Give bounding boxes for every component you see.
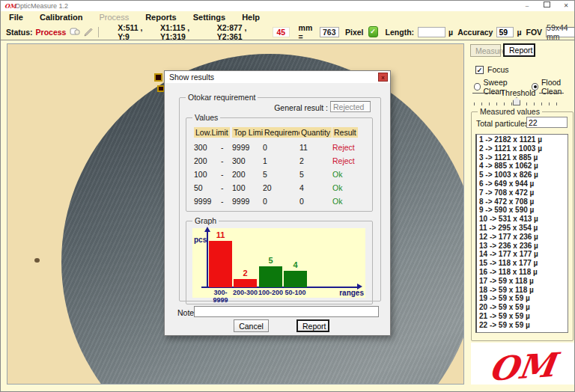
general-result-label: General result : [268,103,328,112]
mm-value-field[interactable]: 45 [273,27,290,37]
om-logo: OM [471,343,574,391]
table-cell: 20 [263,183,272,192]
bar-chart: pcs ranges 11300-99992200-3005100-200450… [192,228,365,298]
particle-listbox[interactable]: 1 -> 2182 x 1121 µ2 -> 1121 x 1003 µ3 ->… [475,134,568,333]
selection-tool-icon[interactable] [70,27,80,37]
particle-list-item[interactable]: 16 -> 118 x 118 µ [479,268,568,277]
show-results-dialog: Show results x Otokar requirement Genera… [164,70,391,336]
fov-value: 59x44 mm [546,27,575,37]
threshold-label: Threshold [497,88,540,97]
length-input[interactable] [418,27,445,37]
notes-input[interactable] [194,306,379,317]
app-logo-icon: OM [4,3,12,10]
status-label: Status: [6,28,33,37]
table-cell: 0 [263,197,267,206]
particle-list-item[interactable]: 20 -> 59 x 59 µ [479,303,568,312]
table-cell: 100 [194,170,207,179]
bar-value-label: 11 [209,230,232,239]
bottom-strip [1,385,575,392]
y-axis-label: pcs [194,236,207,244]
particle-list-item[interactable]: 11 -> 295 x 354 µ [479,224,568,233]
focus-checkbox-row[interactable]: ✓ Focus [475,65,509,74]
particle-list-item[interactable]: 22 -> 59 x 59 µ [479,321,568,330]
cancel-button[interactable]: Cancel [234,319,269,332]
graph-group-label: Graph [192,216,219,225]
x-tick-label: 100-200 [257,289,285,296]
maximize-icon[interactable] [537,1,556,11]
particle-list-item[interactable]: 9 -> 590 x 590 µ [479,206,568,215]
total-particules-label: Total particules [476,119,529,128]
table-cell: 4 [299,183,304,192]
particle-list-item[interactable]: 15 -> 118 x 177 µ [479,259,568,268]
particle-list-item[interactable]: 21 -> 59 x 59 µ [479,312,568,321]
bar-value-label: 5 [259,256,282,265]
panel-report-button[interactable]: Report [503,43,535,57]
report-button[interactable]: Report [296,319,329,332]
particle-list-item[interactable]: 2 -> 1121 x 1003 µ [479,144,568,153]
particle-list-item[interactable]: 8 -> 472 x 708 µ [479,197,568,206]
pen-tool-icon[interactable] [84,27,93,37]
particle-list-item[interactable]: 12 -> 177 x 236 µ [479,233,568,242]
table-cell: 300 [232,156,246,165]
otokar-requirement-group: Otokar requirement General result : Reje… [179,97,381,301]
menu-item-calibration[interactable]: Calibration [31,11,91,24]
values-group: Values Low.LimitTop LimitRequirementQuan… [186,117,373,212]
table-cell: 5 [263,170,267,179]
chart-bar [284,271,307,287]
menu-item-file[interactable]: File [1,11,31,24]
graph-group: Graph pcs ranges 11300-99992200-3005100-… [186,221,373,304]
x-tick-label: 200-300 [231,289,259,296]
confirm-check-button[interactable]: ✓ [368,26,378,37]
measured-values-group: Measured values Total particules 1 -> 21… [471,111,574,341]
particle-list-item[interactable]: 13 -> 236 x 236 µ [479,242,568,251]
particle-list-item[interactable]: 17 -> 59 x 118 µ [479,277,568,286]
particle-list-item[interactable]: 1 -> 2182 x 1121 µ [479,135,568,144]
particle-list-item[interactable]: 3 -> 1121 x 885 µ [479,153,568,162]
om-logo-text: OM [487,346,558,388]
slider-thumb[interactable] [513,97,520,105]
table-cell: 2 [299,156,304,165]
menu-item-settings[interactable]: Settings [185,11,234,24]
dialog-title: Show results [169,73,214,82]
focus-checkbox[interactable]: ✓ [475,66,484,74]
y-axis [207,231,208,288]
dialog-title-bar[interactable]: Show results x [165,71,390,83]
particle-list-item[interactable]: 6 -> 649 x 944 µ [479,180,568,189]
accuracy-input[interactable] [496,27,514,37]
table-cell: Ok [332,170,342,179]
table-header: Quantity [299,127,332,138]
table-header: Result [332,127,358,138]
particle-list-item[interactable]: 5 -> 1003 x 826 µ [479,171,568,180]
minimize-icon[interactable]: – [517,1,537,11]
table-cell: 300 [194,143,207,152]
particle-list-item[interactable]: 14 -> 177 x 177 µ [479,250,568,259]
menu-item-process[interactable]: Process [91,11,137,24]
threshold-slider[interactable] [474,97,562,106]
table-cell: 50 [194,183,203,192]
particle-list-item[interactable]: 4 -> 885 x 1062 µ [479,162,568,171]
menu-item-reports[interactable]: Reports [137,11,185,24]
measure-button[interactable]: Measure [470,44,501,57]
chart-bar [209,241,232,287]
bar-value-label: 4 [284,260,307,269]
particle-list-item[interactable]: 18 -> 59 x 118 µ [479,286,568,295]
pixel-value-field[interactable]: 763 [320,27,339,37]
chart-bar [259,266,282,287]
close-icon[interactable]: ✕ [556,1,575,11]
point1-coords: X1:115 , Y1:319 [160,23,205,41]
bar-value-label: 2 [234,269,257,278]
title-bar: OM OpticMeasure 1.2 – ✕ [1,1,575,11]
dialog-close-icon[interactable]: x [378,73,388,82]
particle-list-item[interactable]: 19 -> 59 x 59 µ [479,294,568,303]
table-header: Low.Limit [194,127,230,138]
table-cell: 9999 [232,197,249,206]
menu-item-help[interactable]: Help [234,11,268,24]
values-group-label: Values [192,113,220,122]
table-cell: 0 [299,197,304,206]
table-cell: - [221,170,224,179]
total-particules-input[interactable] [526,117,568,128]
measured-values-label: Measured values [478,107,542,116]
mm-label: mm = [299,23,315,41]
particle-list-item[interactable]: 7 -> 708 x 472 µ [479,189,568,197]
particle-list-item[interactable]: 10 -> 531 x 413 µ [479,215,568,224]
